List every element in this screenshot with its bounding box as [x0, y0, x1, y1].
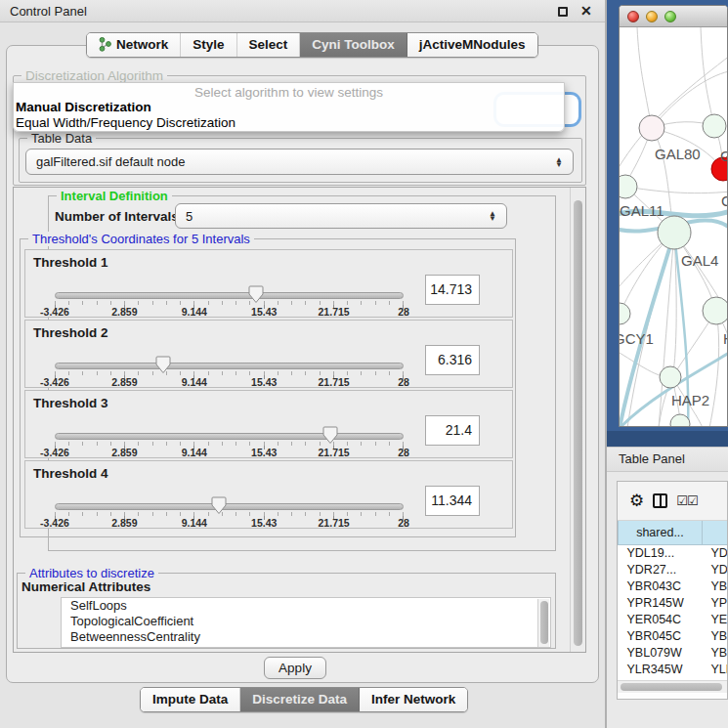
tab-impute-data[interactable]: Impute Data	[141, 688, 240, 711]
bottom-tab-bar: Impute Data Discretize Data Infer Networ…	[140, 687, 468, 712]
slider-track[interactable]	[55, 363, 404, 369]
node-label: GAL11	[620, 202, 664, 219]
split-column-icon[interactable]	[653, 493, 667, 508]
table-row[interactable]: YDR27...YDR2	[619, 561, 728, 578]
gear-icon[interactable]: ⚙	[629, 491, 644, 511]
attributes-list-scrollbar[interactable]	[537, 599, 549, 648]
node-label: HAP2	[671, 392, 709, 408]
threshold-2-box: Threshold 2 -3.426 2.859 9.144 15.43 21.…	[24, 320, 513, 388]
table-toolbar: ⚙ ☑☑	[618, 482, 728, 521]
number-of-intervals-label: Number of Intervals	[55, 209, 179, 224]
threshold-1-value[interactable]: 14.713	[425, 275, 480, 305]
threshold-1-slider[interactable]: -3.426 2.859 9.144 15.43 21.715 28	[55, 250, 404, 319]
settings-scroll-area: Interval Definition Number of Intervals …	[13, 187, 586, 653]
top-tab-bar: Network Style Select Cyni Toolbox jActiv…	[86, 32, 538, 58]
threshold-4-value[interactable]: 11.344	[425, 486, 480, 516]
tab-select[interactable]: Select	[237, 33, 301, 57]
tab-network[interactable]: Network	[87, 33, 181, 57]
threshold-slider-handle[interactable]	[248, 285, 264, 304]
table-row[interactable]: YPR145WYPR1	[619, 594, 728, 611]
tab-jactivemnodules[interactable]: jActiveMNodules	[407, 33, 537, 57]
settings-scrollbar[interactable]	[570, 188, 585, 652]
algorithm-dropdown-popup: Select algorithm to view settings Manual…	[13, 82, 565, 132]
algorithm-option-manual[interactable]: Manual Discretization	[14, 100, 564, 115]
checkbox-icons[interactable]: ☑☑	[676, 493, 697, 508]
network-canvas[interactable]: GAL80 GA C GAL11 GAL4 GCY1 H HAP2	[620, 27, 728, 427]
discretization-algorithm-group-title: Discretization Algorithm	[21, 68, 167, 83]
node-label: H	[723, 330, 728, 347]
node-table: shared... n YDL19...YDL1 YDR27...YDR2 YB…	[618, 521, 728, 694]
column-header-shared-name[interactable]: shared...	[619, 521, 703, 544]
zoom-traffic-light-icon[interactable]	[664, 11, 676, 22]
table-horizontal-scrollbar[interactable]	[618, 680, 728, 693]
apply-button[interactable]: Apply	[264, 657, 326, 679]
node-hap2[interactable]	[660, 366, 681, 388]
close-traffic-light-icon[interactable]	[627, 11, 639, 22]
table-row[interactable]: YER054CYER0	[619, 611, 728, 627]
node-label: GA	[720, 148, 728, 164]
list-item[interactable]: BetweennessCentrality	[62, 629, 550, 645]
stepper-arrows-icon: ▲▼	[489, 211, 496, 221]
node-label: GCY1	[620, 330, 654, 347]
table-row[interactable]: YBL079WYBL0	[619, 644, 728, 661]
network-graph: GAL80 GA C GAL11 GAL4 GCY1 H HAP2	[620, 27, 728, 427]
table-row[interactable]: YLR345WYLR3	[619, 661, 728, 677]
number-of-intervals-value: 5	[186, 209, 193, 224]
threshold-4-box: Threshold 4 -3.426 2.859 9.144 15.43 21.…	[24, 460, 513, 529]
slider-track[interactable]	[55, 433, 404, 440]
node-gcy1[interactable]	[620, 303, 630, 324]
network-view-window[interactable]: GAL80 GA C GAL11 GAL4 GCY1 H HAP2	[619, 5, 728, 427]
threshold-slider-handle[interactable]	[322, 426, 338, 445]
control-panel-title: Control Panel	[10, 4, 87, 19]
node-gal4[interactable]	[658, 216, 691, 249]
threshold-1-box: Threshold 1 -3.426 2.859 9.144 15.43 21.…	[24, 249, 513, 318]
table-data-group-title: Table Data	[27, 131, 96, 146]
tab-infer-network[interactable]: Infer Network	[360, 688, 467, 711]
threshold-3-box: Threshold 3 -3.426 2.859 9.144 15.43 21.…	[24, 390, 513, 458]
network-icon	[99, 37, 111, 52]
network-window-titlebar[interactable]	[620, 6, 728, 27]
table-data-combobox-value: galFiltered.sif default node	[36, 154, 185, 169]
slider-track[interactable]	[55, 503, 404, 510]
node-gal80[interactable]	[639, 115, 664, 141]
numerical-attributes-list[interactable]: SelfLoops TopologicalCoefficient Between…	[61, 597, 551, 648]
table-panel-title: Table Panel	[619, 451, 685, 466]
tab-network-label: Network	[116, 37, 168, 52]
node-table-frame: ⚙ ☑☑ shared... n YDL19...YDL1 YDR27...YD…	[617, 481, 728, 700]
table-row[interactable]: YBR043CYBR0	[619, 578, 728, 594]
list-item[interactable]: TopologicalCoefficient	[62, 614, 550, 629]
list-item[interactable]: SelfLoops	[62, 598, 550, 614]
table-row[interactable]: YDL19...YDL1	[619, 544, 728, 561]
threshold-4-slider[interactable]: -3.426 2.859 9.144 15.43 21.715 28	[55, 461, 404, 530]
column-header-name[interactable]: n	[703, 521, 728, 544]
threshold-3-slider[interactable]: -3.426 2.859 9.144 15.43 21.715 28	[55, 391, 404, 459]
node-label: GAL80	[655, 146, 701, 162]
threshold-2-slider[interactable]: -3.426 2.859 9.144 15.43 21.715 28	[55, 321, 404, 389]
attributes-group: Attributes to discretize Numerical Attri…	[17, 573, 556, 649]
tab-style[interactable]: Style	[181, 33, 236, 57]
tab-discretize-data[interactable]: Discretize Data	[240, 688, 360, 711]
number-of-intervals-combobox[interactable]: 5 ▲▼	[175, 203, 507, 229]
threshold-3-value[interactable]: 21.4	[425, 415, 480, 446]
node[interactable]	[703, 297, 728, 324]
threshold-2-value[interactable]: 6.316	[425, 345, 480, 375]
minimize-traffic-light-icon[interactable]	[646, 11, 658, 22]
algorithm-option-equal-width[interactable]: Equal Width/Frequency Discretization	[14, 115, 564, 131]
interval-definition-title: Interval Definition	[57, 189, 172, 203]
threshold-slider-handle[interactable]	[155, 356, 171, 374]
stepper-arrows-icon: ▲▼	[555, 157, 563, 167]
attributes-group-title: Attributes to discretize	[25, 566, 158, 580]
numerical-attributes-label: Numerical Attributes	[21, 579, 150, 594]
float-window-icon[interactable]	[558, 7, 568, 17]
table-data-combobox[interactable]: galFiltered.sif default node ▲▼	[25, 149, 574, 175]
node-label: GAL4	[681, 252, 718, 269]
desktop-background-shadow	[607, 431, 728, 447]
control-panel-titlebar	[0, 0, 605, 22]
thresholds-group-title: Threshold's Coordinates for 5 Intervals	[28, 232, 254, 246]
close-icon[interactable]: ✕	[580, 3, 592, 19]
slider-track[interactable]	[55, 292, 404, 299]
table-row[interactable]: YBR045CYBR0	[619, 627, 728, 644]
node[interactable]	[703, 114, 726, 138]
tab-cyni-toolbox[interactable]: Cyni Toolbox	[300, 33, 407, 57]
threshold-slider-handle[interactable]	[211, 496, 227, 515]
